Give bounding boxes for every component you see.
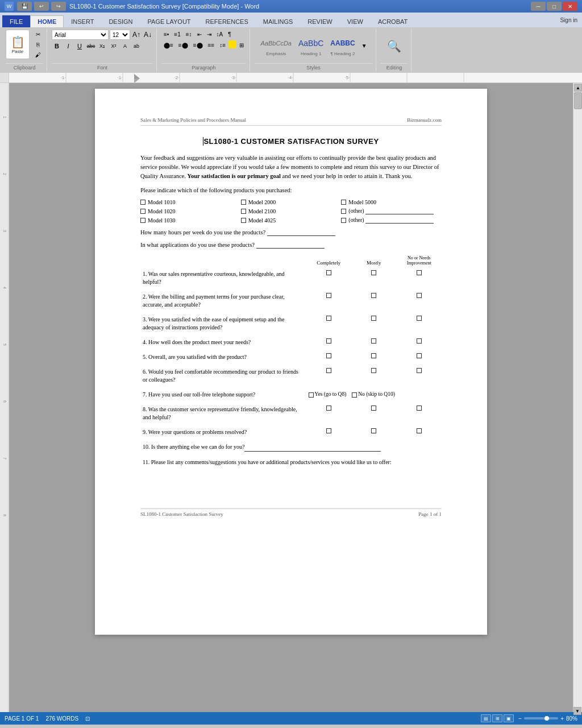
copy-button[interactable]: ⎘ [33,40,43,49]
align-center-button[interactable]: ≡⬤ [176,40,190,50]
line-spacing-button[interactable]: ↕≡ [217,40,228,50]
align-left-button[interactable]: ⬤≡ [161,40,176,50]
subscript-button[interactable]: X₂ [97,41,107,51]
q1-mostly[interactable] [351,267,397,289]
right-scrollbar[interactable]: ▲ ▼ [573,83,582,712]
sort-button[interactable]: ↕A [214,30,226,39]
q2-completely[interactable] [306,289,352,312]
redo-quick-btn[interactable]: ↪ [51,2,66,11]
q8-completely[interactable] [306,402,352,425]
scroll-thumb[interactable] [574,92,582,109]
products-prompt[interactable]: Please indicate which of the following p… [140,187,442,193]
tab-acrobat[interactable]: ACROBAT [371,15,415,27]
style-heading2[interactable]: AABBC ¶ Heading 2 [327,34,357,58]
view-web-btn[interactable]: ⊞ [492,714,502,722]
q8-mostly[interactable] [351,402,397,425]
tab-file[interactable]: FILE [2,15,30,27]
tab-view[interactable]: VIEW [340,15,371,27]
styles-more-button[interactable]: ▼ [359,41,369,51]
q11-text[interactable]: 11. Please list any comments/suggestions… [140,455,442,486]
increase-indent-button[interactable]: ⇥ [205,30,214,39]
apps-field[interactable] [256,242,325,249]
numbering-button[interactable]: ≡1 [172,30,182,39]
tab-review[interactable]: REVIEW [300,15,339,27]
cb-1010[interactable] [140,200,146,205]
tab-home[interactable]: HOME [30,15,64,27]
cb-2000[interactable] [241,200,246,205]
q8-no[interactable] [397,402,442,425]
q3-completely[interactable] [306,312,352,335]
q7-no-cb[interactable] [352,392,357,398]
q3-mostly[interactable] [351,312,397,335]
style-heading1[interactable]: AaBbC Heading 1 [296,34,326,58]
font-size-select[interactable]: 12 [110,30,130,40]
cut-button[interactable]: ✂ [33,30,43,39]
view-read-btn[interactable]: ▣ [504,714,514,722]
sign-in-link[interactable]: Sign in [560,17,577,23]
decrease-indent-button[interactable]: ⇤ [195,30,204,39]
doc-intro[interactable]: Your feedback and suggestions are very v… [140,154,442,180]
q10-field[interactable] [244,443,381,452]
q1-no[interactable] [397,267,442,289]
italic-button[interactable]: I [63,41,73,51]
zoom-in-btn[interactable]: + [560,715,564,722]
maximize-btn[interactable]: □ [547,2,562,11]
superscript-button[interactable]: X² [109,41,119,51]
apps-section[interactable]: In what applications do you use these pr… [140,242,442,249]
q5-no[interactable] [397,350,442,365]
show-formatting-button[interactable]: ¶ [226,30,233,39]
q6-no[interactable] [397,365,442,387]
shading-button[interactable] [228,40,236,48]
hours-section[interactable]: How many hours per week do you use the p… [140,229,442,236]
save-quick-btn[interactable]: 💾 [17,2,32,11]
paste-button[interactable]: 📋 Paste [6,30,30,59]
text-color-button[interactable]: A [120,41,130,51]
highlight-button[interactable]: ab [131,41,142,51]
cb-other1[interactable] [341,209,346,214]
style-emphasis[interactable]: AaBbCcDa Emphasis [258,34,294,58]
minimize-btn[interactable]: ─ [531,2,546,11]
doc-scroll-area[interactable]: Sales & Marketing Policies and Procedure… [9,83,573,712]
tab-page-layout[interactable]: PAGE LAYOUT [140,15,198,27]
hours-field[interactable] [267,229,335,236]
multilevel-button[interactable]: ≡↕ [184,30,194,39]
bold-button[interactable]: B [52,41,62,51]
decrease-font-btn[interactable]: A↓ [143,30,153,40]
cb-5000[interactable] [341,200,346,205]
cb-4025[interactable] [241,218,246,223]
scroll-down-btn[interactable]: ▼ [573,707,581,715]
borders-button[interactable]: ⊞ [237,40,246,50]
tab-design[interactable]: DESIGN [101,15,140,27]
q5-mostly[interactable] [351,350,397,365]
q4-completely[interactable] [306,335,352,350]
q9-no[interactable] [397,425,442,440]
q2-no[interactable] [397,289,442,312]
justify-button[interactable]: ≡≡ [206,40,217,50]
doc-title[interactable]: SL1080-1 CUSTOMER SATISFACTION SURVEY [140,137,442,146]
q7-yes-cb[interactable] [309,392,314,398]
scroll-up-btn[interactable]: ▲ [574,84,582,92]
strikethrough-button[interactable]: abc [86,41,96,51]
zoom-out-btn[interactable]: − [518,715,522,722]
q9-completely[interactable] [306,425,352,440]
editing-button[interactable]: 🔍 [383,31,406,61]
q6-completely[interactable] [306,365,352,387]
close-btn[interactable]: ✕ [563,2,577,11]
q1-completely[interactable] [306,267,352,289]
q4-mostly[interactable] [351,335,397,350]
align-right-button[interactable]: ≡⬤ [191,40,205,50]
cb-1030[interactable] [140,218,146,223]
tab-mailings[interactable]: MAILINGS [256,15,301,27]
cb-2100[interactable] [241,209,246,214]
increase-font-btn[interactable]: A↑ [131,30,142,40]
bullets-button[interactable]: ≡• [161,30,171,39]
q6-mostly[interactable] [351,365,397,387]
q10-text[interactable]: 10. Is there anything else we can do for… [140,440,442,455]
q5-completely[interactable] [306,350,352,365]
q4-no[interactable] [397,335,442,350]
q3-no[interactable] [397,312,442,335]
view-print-btn[interactable]: ▤ [481,714,491,722]
q9-mostly[interactable] [351,425,397,440]
undo-quick-btn[interactable]: ↩ [34,2,49,11]
font-name-select[interactable]: Arial [52,30,109,40]
